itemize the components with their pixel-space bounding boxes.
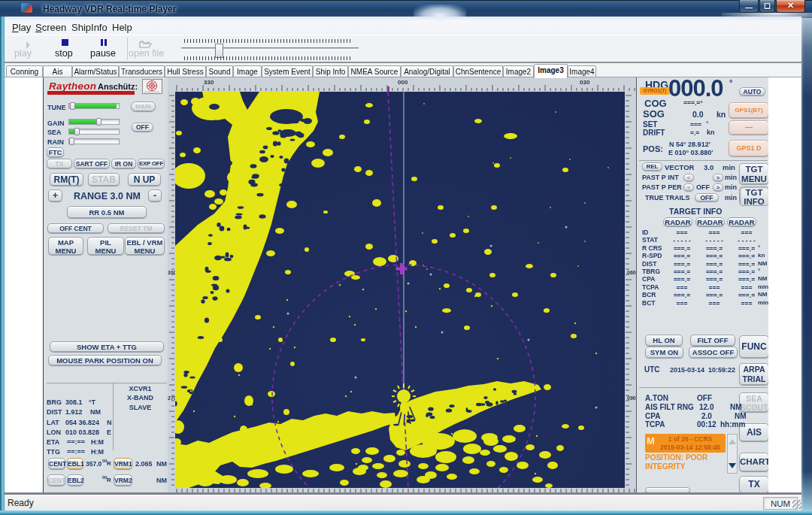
svg-text:060: 060 (627, 270, 636, 275)
svg-text:270: 270 (168, 395, 175, 401)
svg-text:330: 330 (204, 79, 214, 86)
svg-text:030: 030 (580, 79, 590, 86)
svg-text:000: 000 (398, 79, 408, 86)
svg-text:090: 090 (627, 395, 636, 401)
svg-text:300: 300 (168, 270, 175, 275)
